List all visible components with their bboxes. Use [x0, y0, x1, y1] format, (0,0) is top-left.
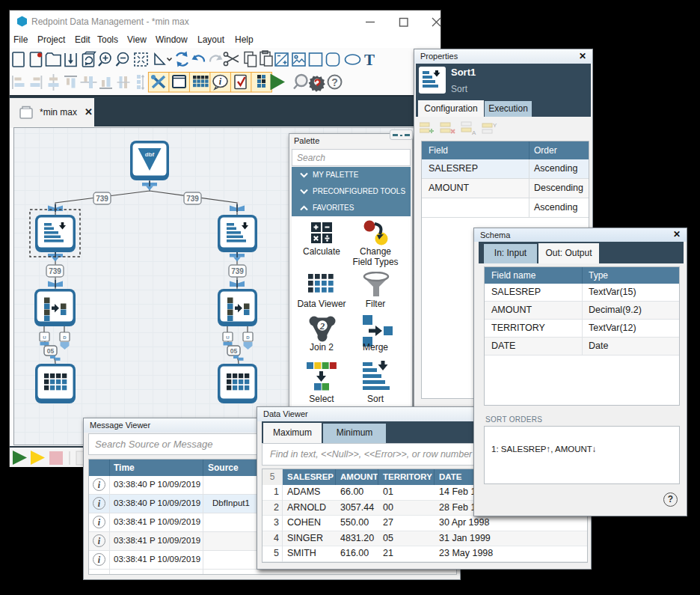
- svg-text:05: 05: [47, 347, 55, 355]
- svg-text:T: T: [364, 51, 375, 69]
- svg-text:?: ?: [331, 76, 338, 88]
- svg-text:A: A: [472, 129, 476, 136]
- svg-text:739: 739: [186, 195, 199, 203]
- svg-text:D: D: [63, 335, 67, 340]
- svg-text:05: 05: [230, 347, 238, 355]
- svg-text:739: 739: [96, 195, 108, 203]
- svg-text:2: 2: [319, 320, 325, 332]
- svg-text:U: U: [43, 335, 46, 340]
- svg-text:739: 739: [49, 267, 61, 275]
- svg-text:Y: Y: [493, 122, 497, 129]
- svg-text:U: U: [226, 335, 229, 340]
- svg-text:739: 739: [231, 267, 244, 275]
- svg-text:D: D: [246, 335, 250, 340]
- svg-text:dbf: dbf: [145, 151, 155, 158]
